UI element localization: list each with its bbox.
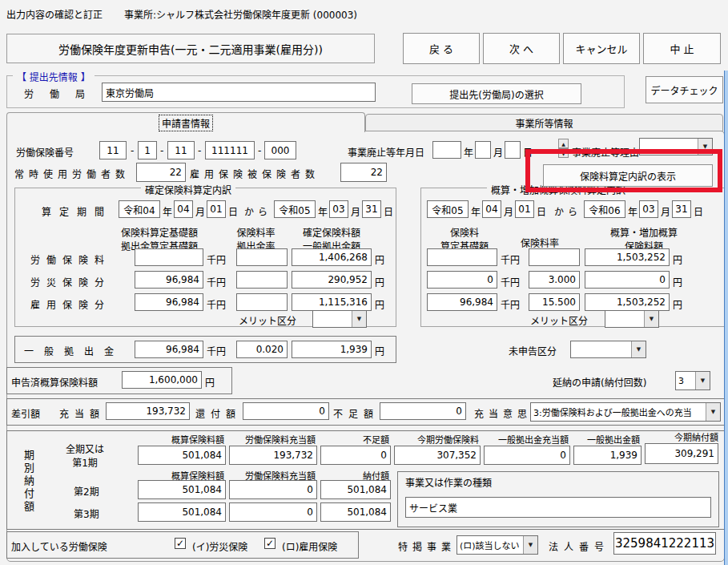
estimated-amount-input[interactable]: 0 bbox=[585, 271, 670, 289]
insured-input[interactable]: 22 bbox=[340, 163, 387, 182]
intent-value: 3:労働保険料および一般拠出金への充当 bbox=[531, 403, 694, 421]
estimated-base-input[interactable]: 0 bbox=[427, 271, 497, 289]
insurance-no-part3[interactable]: 11 bbox=[167, 141, 195, 159]
estimated-from-month[interactable]: 04 bbox=[482, 200, 501, 218]
chevron-down-icon[interactable]: ▼ bbox=[706, 403, 720, 421]
confirmed-rate-input[interactable] bbox=[236, 293, 288, 311]
confirmed-base-input[interactable]: 96,984 bbox=[135, 293, 203, 311]
estimated-to-day[interactable]: 31 bbox=[672, 200, 691, 218]
chevron-down-icon[interactable]: ▼ bbox=[631, 341, 646, 357]
tokkei-select[interactable]: (ロ)該当しない ▼ bbox=[457, 535, 538, 555]
sen-yen-unit: 千円 bbox=[207, 297, 226, 311]
deferred-select[interactable]: 3 ▼ bbox=[675, 371, 710, 390]
confirmed-rate-input[interactable] bbox=[236, 248, 288, 266]
business-type-input[interactable]: サービス業 bbox=[405, 497, 711, 518]
estimated-amount-input[interactable]: 1,503,252 bbox=[585, 248, 670, 266]
back-button[interactable]: 戻 る bbox=[403, 33, 480, 64]
intent-label: 充当意思 bbox=[474, 406, 532, 420]
sen-yen-unit: 千円 bbox=[501, 297, 520, 311]
installments-cell[interactable]: 0 bbox=[484, 446, 570, 465]
installments-cell[interactable]: 1,939 bbox=[573, 446, 642, 465]
estimated-rate-input[interactable]: 15.500 bbox=[529, 293, 580, 311]
confirmed-to-era[interactable]: 令和05 bbox=[274, 200, 316, 218]
tab-office-info[interactable]: 事業所等情報 bbox=[365, 114, 723, 131]
houjin-input[interactable]: 3259841222113 bbox=[613, 532, 716, 555]
installments-header: 不足額 bbox=[320, 433, 389, 446]
premium-breakdown-button[interactable]: 保険料算定内訳の表示 bbox=[543, 164, 713, 187]
chevron-down-icon[interactable]: ▼ bbox=[352, 311, 366, 327]
bureau-input[interactable]: 東京労働局 bbox=[102, 83, 376, 102]
confirmed-to-month[interactable]: 03 bbox=[329, 200, 348, 218]
intent-select[interactable]: 3:労働保険料および一般拠出金への充当 ▼ bbox=[530, 402, 721, 422]
workers-input[interactable]: 22 bbox=[136, 163, 186, 182]
select-bureau-button[interactable]: 提出先(労働局)の選択 bbox=[412, 83, 581, 104]
installments-cell[interactable]: 0 bbox=[229, 502, 317, 522]
confirmed-amount-input[interactable]: 1,406,268 bbox=[292, 248, 372, 266]
installments-cell[interactable]: 501,084 bbox=[320, 480, 391, 499]
allocated-input[interactable]: 193,732 bbox=[106, 402, 190, 420]
estimated-base-input[interactable]: 96,984 bbox=[427, 293, 497, 311]
general-rate-input[interactable]: 0.020 bbox=[236, 341, 288, 358]
confirmed-merit-select[interactable]: ▼ bbox=[312, 310, 367, 328]
estimated-from-era[interactable]: 令和05 bbox=[427, 200, 469, 218]
spin-down-icon[interactable]: ▼ bbox=[558, 148, 569, 158]
chevron-down-icon[interactable]: ▼ bbox=[698, 139, 712, 155]
koyou-label: (ロ)雇用保険 bbox=[282, 539, 337, 553]
next-button[interactable]: 次 へ bbox=[483, 33, 560, 64]
estimated-rate-input[interactable]: 3.000 bbox=[529, 271, 580, 289]
shortage-input[interactable]: 0 bbox=[380, 402, 466, 420]
insurance-no-part5[interactable]: 000 bbox=[264, 141, 296, 159]
abolition-reason-select[interactable]: ▼ bbox=[639, 138, 713, 155]
chevron-down-icon[interactable]: ▼ bbox=[523, 536, 537, 554]
refund-input[interactable]: 0 bbox=[243, 402, 329, 420]
spin-up-icon[interactable]: ▲ bbox=[558, 139, 569, 148]
general-amount-input[interactable]: 1,939 bbox=[292, 341, 372, 358]
abolition-reason-spinner[interactable]: ▲ ▼ bbox=[558, 139, 569, 158]
installments-cell[interactable]: 501,084 bbox=[138, 480, 226, 499]
installments-row3-label: 第3期 bbox=[74, 506, 99, 520]
confirmed-base-input[interactable]: 96,984 bbox=[135, 271, 203, 289]
estimated-rate-input[interactable] bbox=[529, 248, 580, 266]
houjin-label: 法人番号 bbox=[549, 539, 609, 553]
tab-application-label: 申請書情報 bbox=[159, 115, 213, 131]
estimated-base-input[interactable] bbox=[427, 248, 497, 266]
koyou-checkbox[interactable]: ✓ bbox=[264, 538, 276, 549]
rousai-checkbox[interactable]: ✓ bbox=[175, 538, 186, 549]
confirmed-rate-input[interactable] bbox=[236, 271, 288, 289]
confirmed-to-day[interactable]: 31 bbox=[362, 200, 381, 218]
abort-button[interactable]: 中 止 bbox=[643, 33, 721, 64]
data-check-button[interactable]: データチェック bbox=[646, 76, 723, 103]
estimated-amount-input[interactable]: 1,503,252 bbox=[585, 293, 670, 311]
confirmed-base-input[interactable] bbox=[135, 248, 203, 266]
confirmed-from-day[interactable]: 01 bbox=[207, 200, 226, 218]
cancel-button[interactable]: キャンセル bbox=[563, 33, 640, 64]
insurance-no-part4[interactable]: 111111 bbox=[205, 141, 255, 159]
installments-cell[interactable]: 309,291 bbox=[645, 443, 718, 464]
estimated-merit-select[interactable]: ▼ bbox=[605, 310, 659, 328]
installments-cell[interactable]: 501,084 bbox=[320, 502, 391, 522]
confirmed-amount-input[interactable]: 1,115,316 bbox=[292, 293, 372, 311]
installments-cell[interactable]: 501,084 bbox=[138, 446, 226, 465]
chevron-down-icon[interactable]: ▼ bbox=[695, 372, 710, 389]
undeclared-select[interactable]: ▼ bbox=[570, 341, 646, 358]
chevron-down-icon[interactable]: ▼ bbox=[644, 311, 658, 327]
insurance-no-part1[interactable]: 11 bbox=[99, 141, 127, 159]
estimated-to-month[interactable]: 03 bbox=[639, 200, 658, 218]
installments-cell[interactable]: 193,732 bbox=[229, 446, 317, 465]
installments-cell[interactable]: 0 bbox=[320, 446, 391, 465]
abolition-day-input[interactable] bbox=[505, 141, 521, 159]
confirmed-from-month[interactable]: 04 bbox=[174, 200, 193, 218]
estimated-from-day[interactable]: 01 bbox=[515, 200, 534, 218]
confirmed-amount-input[interactable]: 290,952 bbox=[292, 271, 372, 289]
abolition-month-input[interactable] bbox=[475, 141, 491, 159]
general-base-input[interactable]: 96,984 bbox=[135, 341, 203, 358]
installments-cell[interactable]: 0 bbox=[229, 480, 317, 499]
abolition-year-input[interactable] bbox=[432, 141, 461, 159]
estimated-to-era[interactable]: 令和06 bbox=[584, 200, 625, 218]
installments-cell[interactable]: 307,352 bbox=[394, 446, 481, 465]
insurance-no-part2[interactable]: 1 bbox=[138, 141, 157, 159]
declared-amount-input[interactable]: 1,600,000 bbox=[122, 371, 202, 389]
installments-cell[interactable]: 501,084 bbox=[138, 502, 226, 522]
tab-application-info[interactable]: 申請書情報 bbox=[6, 112, 365, 132]
confirmed-from-era[interactable]: 令和04 bbox=[119, 200, 160, 218]
